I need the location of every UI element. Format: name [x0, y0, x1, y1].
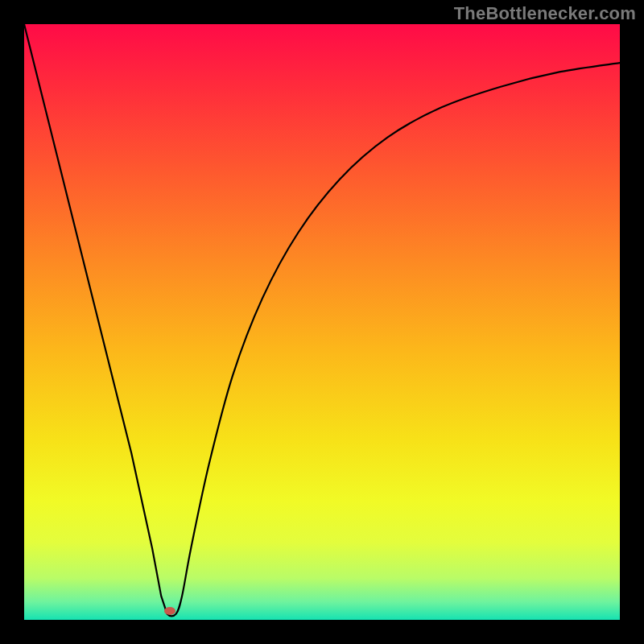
bottleneck-curve — [24, 24, 620, 620]
optimal-marker — [164, 607, 175, 615]
chart-frame: TheBottlenecker.com — [0, 0, 644, 644]
plot-area — [24, 24, 620, 620]
watermark-text: TheBottlenecker.com — [454, 3, 636, 24]
